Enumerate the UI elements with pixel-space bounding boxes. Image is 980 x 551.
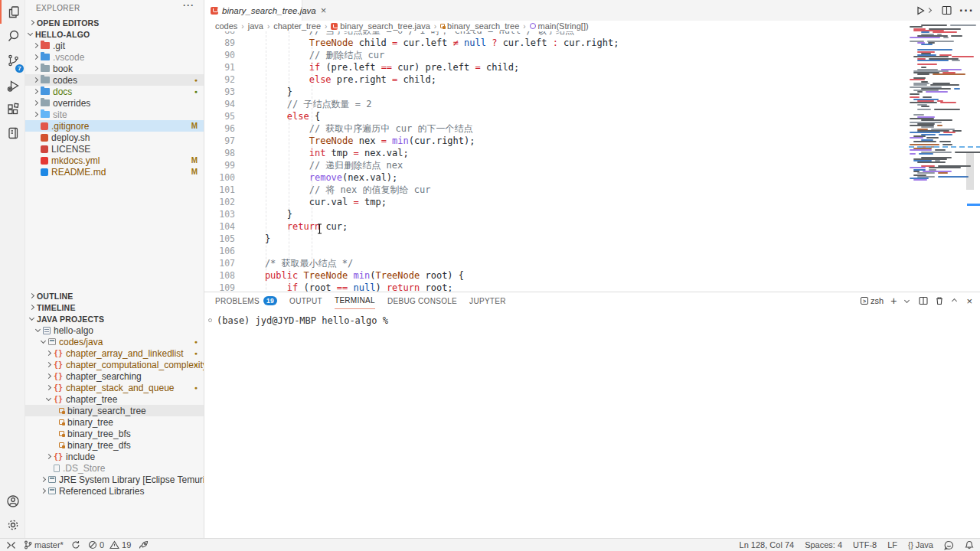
language-mode[interactable]: {}Java: [908, 539, 933, 551]
activity-search[interactable]: [0, 24, 25, 47]
more-actions-icon[interactable]: ···: [959, 4, 974, 18]
file-row-site[interactable]: site: [25, 109, 204, 120]
terminal-profile[interactable]: >zsh: [861, 296, 884, 305]
tree-item-label: binary_tree_bfs: [67, 429, 131, 439]
file-label: .git: [53, 41, 65, 51]
minimap-slider[interactable]: [966, 153, 974, 190]
problems-status[interactable]: 0 19: [88, 539, 131, 551]
code-line-96: 96 // 获取中序遍历中 cur 的下一个结点: [204, 122, 907, 135]
breadcrumb-item-chapter-tree[interactable]: chapter_tree: [273, 21, 321, 31]
java-tree-chapter-computational-complexity[interactable]: {}chapter_computational_complexity●: [25, 359, 204, 370]
java-tree-chapter-stack-and-queue[interactable]: {}chapter_stack_and_queue●: [25, 382, 204, 393]
section-timeline[interactable]: TIMELINE: [25, 302, 204, 313]
eol-status[interactable]: LF: [887, 539, 897, 551]
terminal-prompt[interactable]: (base) jyd@JYD-MBP hello-algo %: [217, 315, 388, 326]
explorer-sidebar: EXPLORER ··· OPEN EDITORS HELLO-ALGO .gi…: [25, 0, 204, 538]
indentation-status[interactable]: Spaces: 4: [805, 539, 842, 551]
activity-explorer[interactable]: [0, 0, 25, 24]
activity-settings[interactable]: [0, 513, 25, 536]
sync-button[interactable]: [71, 539, 80, 551]
section-root-folder[interactable]: HELLO-ALGO: [25, 28, 204, 40]
class-icon: [59, 431, 64, 436]
java-status-rocket[interactable]: [139, 539, 149, 551]
file-row-codes[interactable]: codes●: [25, 74, 204, 86]
java-tree-chapter-array-and-linkedlist[interactable]: {}chapter_array_and_linkedlist●: [25, 347, 204, 359]
breadcrumb-item-main-string-[interactable]: main(String[]): [530, 21, 589, 31]
new-terminal-button[interactable]: +: [890, 295, 897, 307]
java-tree-chapter-searching[interactable]: {}chapter_searching: [25, 370, 204, 382]
folder-icon: [41, 111, 50, 118]
encoding-status[interactable]: UTF-8: [853, 539, 877, 551]
java-tree-jre-system-library-eclipse-temurin-17-17-[interactable]: JRE System Library [Eclipse Temurin 17 […: [25, 474, 204, 485]
code-line-102: 102 cur.val = tmp;: [204, 196, 907, 208]
file-row-docs[interactable]: docs●: [25, 86, 204, 97]
tab-close-icon[interactable]: ×: [321, 5, 327, 15]
java-tree-binary-tree-bfs[interactable]: binary_tree_bfs: [25, 428, 204, 439]
editor-tab-bar: binary_search_tree.java × ···: [204, 0, 980, 21]
panel-tab-jupyter[interactable]: JUPYTER: [469, 292, 506, 309]
chevron-icon: [35, 327, 41, 332]
file-label: .gitignore: [51, 121, 89, 132]
java-tree-chapter-tree[interactable]: {}chapter_tree: [25, 393, 204, 405]
panel-tab-problems[interactable]: PROBLEMS19: [215, 292, 277, 309]
activity-source-control[interactable]: 7: [0, 47, 25, 73]
section-java-projects[interactable]: JAVA PROJECTS: [25, 313, 204, 324]
git-branch-status[interactable]: master*: [24, 539, 64, 551]
code-line-100: 100 remove(nex.val);: [204, 171, 907, 184]
file-row-license[interactable]: LICENSE: [25, 143, 204, 155]
chevron-icon: [46, 454, 51, 459]
file-row-mkdocs-yml[interactable]: mkdocs.ymlM: [25, 155, 204, 166]
file-row--gitignore[interactable]: .gitignoreM: [25, 120, 204, 132]
file-row-deploy-sh[interactable]: deploy.sh: [25, 132, 204, 143]
section-open-editors[interactable]: OPEN EDITORS: [25, 17, 204, 28]
file-row-book[interactable]: book: [25, 63, 204, 74]
class-icon: [59, 419, 64, 425]
file-row-overrides[interactable]: overrides: [25, 97, 204, 109]
tab-title: binary_search_tree.java: [222, 6, 316, 15]
activity-run-debug[interactable]: [0, 73, 25, 97]
java-tree-referenced-libraries[interactable]: Referenced Libraries: [25, 485, 204, 497]
file-row--git[interactable]: .git: [25, 40, 204, 51]
breadcrumb-item-binary-search-tree-java[interactable]: binary_search_tree.java: [331, 21, 430, 31]
sidebar-more-actions[interactable]: ···: [183, 0, 194, 11]
remote-indicator[interactable]: [6, 539, 16, 551]
java-tree--ds-store[interactable]: .DS_Store: [25, 462, 204, 474]
java-tree-binary-tree[interactable]: binary_tree: [25, 416, 204, 428]
file-row--vscode[interactable]: .vscode: [25, 51, 204, 63]
breadcrumb-item-binary-search-tree[interactable]: binary_search_tree: [440, 21, 519, 31]
activity-notebook[interactable]: [0, 121, 25, 145]
activity-account[interactable]: [0, 489, 25, 513]
java-tree-hello-algo[interactable]: hello-algo: [25, 324, 204, 336]
split-editor-icon[interactable]: [942, 5, 952, 15]
java-tree-codes-java[interactable]: codes/java●: [25, 336, 204, 347]
section-outline[interactable]: OUTLINE: [25, 290, 204, 302]
java-tree-binary-search-tree[interactable]: binary_search_tree: [25, 405, 204, 416]
breadcrumb-item-codes[interactable]: codes: [215, 21, 237, 31]
notifications-bell-icon[interactable]: [965, 539, 974, 551]
run-button[interactable]: [915, 5, 934, 16]
close-panel-icon[interactable]: ×: [966, 295, 972, 307]
terminal-dropdown-icon[interactable]: [903, 300, 912, 302]
java-tree-binary-tree-dfs[interactable]: binary_tree_dfs: [25, 439, 204, 451]
minimap[interactable]: [907, 21, 980, 292]
breadcrumb-item-java[interactable]: java: [248, 21, 263, 31]
files-icon: [6, 5, 21, 20]
panel-tab-output[interactable]: OUTPUT: [289, 292, 322, 309]
cursor-position[interactable]: Ln 128, Col 74: [740, 539, 795, 551]
kill-terminal-icon[interactable]: [935, 296, 944, 305]
feedback-icon[interactable]: [944, 539, 954, 551]
split-terminal-icon[interactable]: [919, 296, 928, 305]
maximize-panel-icon[interactable]: [951, 299, 959, 303]
code-line-91: 91 if (pre.left == cur) pre.left = child…: [204, 61, 907, 73]
chevron-icon: [46, 396, 51, 401]
panel-tab-debug-console[interactable]: DEBUG CONSOLE: [387, 292, 457, 309]
tree-item-label: chapter_stack_and_queue: [66, 383, 174, 393]
activity-extensions[interactable]: [0, 97, 25, 121]
library-icon: [48, 476, 56, 483]
java-tree-include[interactable]: {}include: [25, 451, 204, 462]
chevron-right-icon: [33, 112, 38, 117]
file-row-readme-md[interactable]: README.mdM: [25, 166, 204, 178]
panel-tab-terminal[interactable]: TERMINAL: [335, 292, 375, 309]
code-line-108: 108 public TreeNode min(TreeNode root) {: [204, 269, 907, 282]
tab-binary-search-tree[interactable]: binary_search_tree.java ×: [204, 0, 302, 21]
